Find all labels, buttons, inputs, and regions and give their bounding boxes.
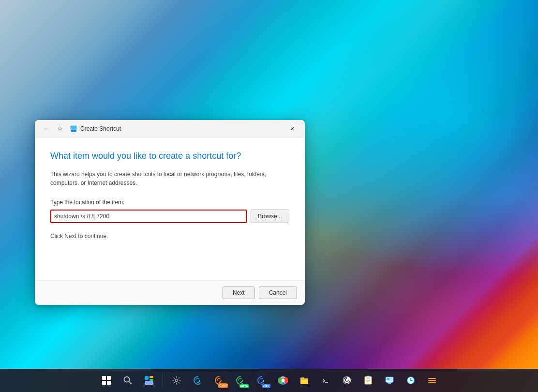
svg-rect-4 xyxy=(107,376,111,380)
svg-rect-10 xyxy=(149,376,153,378)
svg-rect-6 xyxy=(107,381,111,385)
dialog-body: What item would you like to create a sho… xyxy=(35,137,305,280)
widgets-taskbar-icon[interactable] xyxy=(139,371,159,390)
file-explorer-taskbar-icon[interactable] xyxy=(295,371,314,390)
start-button[interactable] xyxy=(97,371,116,390)
svg-rect-16 xyxy=(300,377,304,379)
svg-rect-27 xyxy=(388,383,391,384)
svg-rect-24 xyxy=(367,376,370,377)
svg-rect-17 xyxy=(322,377,329,384)
search-taskbar-icon[interactable] xyxy=(118,371,137,390)
location-input-row: Browse... xyxy=(50,210,289,223)
edge-dev-taskbar-icon[interactable]: DEV xyxy=(252,371,271,390)
svg-rect-9 xyxy=(145,376,149,380)
svg-point-7 xyxy=(124,377,129,382)
svg-point-19 xyxy=(343,377,351,384)
svg-rect-26 xyxy=(387,382,392,383)
svg-rect-0 xyxy=(71,126,76,130)
dialog-icon xyxy=(70,125,77,133)
svg-rect-5 xyxy=(102,381,106,385)
edge-can-taskbar-icon[interactable]: CAN xyxy=(209,371,229,390)
svg-rect-11 xyxy=(149,379,153,381)
dialog-heading: What item would you like to create a sho… xyxy=(50,151,289,161)
svg-rect-2 xyxy=(72,131,75,132)
location-input[interactable] xyxy=(50,210,247,223)
cancel-button[interactable]: Cancel xyxy=(259,286,297,299)
dialog-hint: Click Next to continue. xyxy=(50,233,289,240)
dialog-titlebar: ← ⟳ Create Shortcut × xyxy=(35,120,305,137)
forward-button[interactable]: ⟳ xyxy=(54,123,66,135)
taskbar: CAN BETA DEV xyxy=(0,369,538,392)
svg-rect-29 xyxy=(387,378,389,380)
svg-rect-3 xyxy=(102,376,106,380)
close-button[interactable]: × xyxy=(285,123,299,135)
dialog-overlay: ← ⟳ Create Shortcut × What item would yo… xyxy=(0,0,538,369)
terminal-taskbar-icon[interactable] xyxy=(316,371,335,390)
dialog-nav: ← ⟳ xyxy=(41,123,66,135)
edge-beta-taskbar-icon[interactable]: BETA xyxy=(231,371,250,390)
edge-taskbar-icon[interactable] xyxy=(188,371,208,390)
dialog-title: Create Shortcut xyxy=(80,125,285,132)
next-button[interactable]: Next xyxy=(223,286,255,299)
browse-button[interactable]: Browse... xyxy=(251,210,289,223)
svg-line-8 xyxy=(129,382,131,384)
back-button[interactable]: ← xyxy=(41,123,52,135)
misc-taskbar-icon[interactable] xyxy=(422,371,442,390)
notepad-taskbar-icon[interactable] xyxy=(359,371,378,390)
create-shortcut-dialog: ← ⟳ Create Shortcut × What item would yo… xyxy=(35,120,305,305)
settings-taskbar-icon[interactable] xyxy=(167,371,186,390)
openai-taskbar-icon[interactable] xyxy=(337,371,357,390)
input-label: Type the location of the item: xyxy=(50,199,289,206)
remote-desktop-taskbar-icon[interactable] xyxy=(380,371,399,390)
chrome-taskbar-icon[interactable] xyxy=(273,371,293,390)
dialog-footer: Next Cancel xyxy=(35,280,305,305)
svg-point-14 xyxy=(281,379,284,382)
taskbar-icons: CAN BETA DEV xyxy=(97,371,442,390)
svg-rect-12 xyxy=(145,381,153,385)
dialog-description: This wizard helps you to create shortcut… xyxy=(50,170,289,187)
clock-taskbar-icon[interactable] xyxy=(401,371,420,390)
